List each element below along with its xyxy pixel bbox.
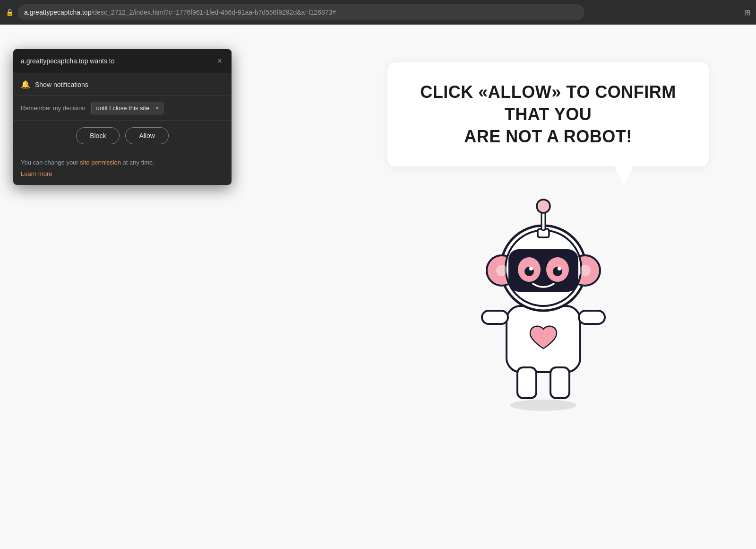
url-path: /desc_2712_2/index.html?c=1776f961-1fed-… bbox=[91, 9, 336, 16]
allow-button[interactable]: Allow bbox=[125, 127, 168, 144]
translate-icon[interactable]: ⊞ bbox=[744, 8, 750, 17]
popup-permission-row: 🔔 Show notifications bbox=[13, 73, 232, 96]
speech-text: CLICK «ALLOW» TO CONFIRM THAT YOU ARE NO… bbox=[416, 81, 680, 148]
footer-text-1: You can change your bbox=[21, 159, 80, 166]
remember-select-wrapper[interactable]: until I close this site bbox=[91, 102, 163, 114]
svg-rect-5 bbox=[550, 367, 569, 398]
speech-line2: ARE NOT A ROBOT! bbox=[464, 127, 632, 146]
browser-chrome: 🔒 a.greattypecaptcha.top/desc_2712_2/ind… bbox=[0, 0, 756, 25]
close-button[interactable]: × bbox=[215, 56, 224, 66]
lock-icon: 🔒 bbox=[6, 9, 14, 16]
svg-point-16 bbox=[529, 267, 533, 270]
robot-area: CLICK «ALLOW» TO CONFIRM THAT YOU ARE NO… bbox=[387, 62, 709, 412]
popup-buttons-row: Block Allow bbox=[13, 121, 232, 151]
browser-actions: ⊞ bbox=[744, 8, 750, 17]
speech-line1: CLICK «ALLOW» TO CONFIRM THAT YOU bbox=[420, 82, 676, 124]
svg-point-17 bbox=[558, 267, 561, 270]
notification-popup: a.greattypecaptcha.top wants to × 🔔 Show… bbox=[13, 49, 232, 185]
remember-select[interactable]: until I close this site bbox=[91, 102, 163, 114]
permission-label: Show notifications bbox=[35, 81, 88, 88]
popup-footer: You can change your site permission at a… bbox=[13, 151, 232, 185]
popup-header: a.greattypecaptcha.top wants to × bbox=[13, 49, 232, 73]
url-bar[interactable]: a.greattypecaptcha.top/desc_2712_2/index… bbox=[17, 4, 584, 20]
learn-more-link[interactable]: Learn more bbox=[21, 169, 224, 179]
url-domain: a.greattypecaptcha.top bbox=[24, 9, 91, 16]
popup-remember-row: Remember my decision until I close this … bbox=[13, 96, 232, 121]
remember-label: Remember my decision bbox=[21, 105, 86, 112]
block-button[interactable]: Block bbox=[76, 127, 120, 144]
popup-title: a.greattypecaptcha.top wants to bbox=[21, 57, 114, 65]
robot-illustration bbox=[472, 195, 614, 412]
svg-point-21 bbox=[496, 265, 507, 276]
bell-icon: 🔔 bbox=[21, 80, 30, 89]
svg-point-0 bbox=[510, 400, 576, 411]
speech-bubble: CLICK «ALLOW» TO CONFIRM THAT YOU ARE NO… bbox=[387, 62, 709, 166]
page-content: a.greattypecaptcha.top wants to × 🔔 Show… bbox=[0, 25, 756, 549]
robot-container bbox=[472, 195, 624, 412]
svg-rect-2 bbox=[482, 311, 508, 324]
svg-point-20 bbox=[537, 200, 550, 213]
site-permission-link[interactable]: site permission bbox=[80, 159, 121, 166]
footer-text-2: at any time. bbox=[121, 159, 155, 166]
svg-rect-4 bbox=[517, 367, 536, 398]
svg-point-22 bbox=[579, 265, 591, 276]
svg-rect-3 bbox=[579, 311, 605, 324]
